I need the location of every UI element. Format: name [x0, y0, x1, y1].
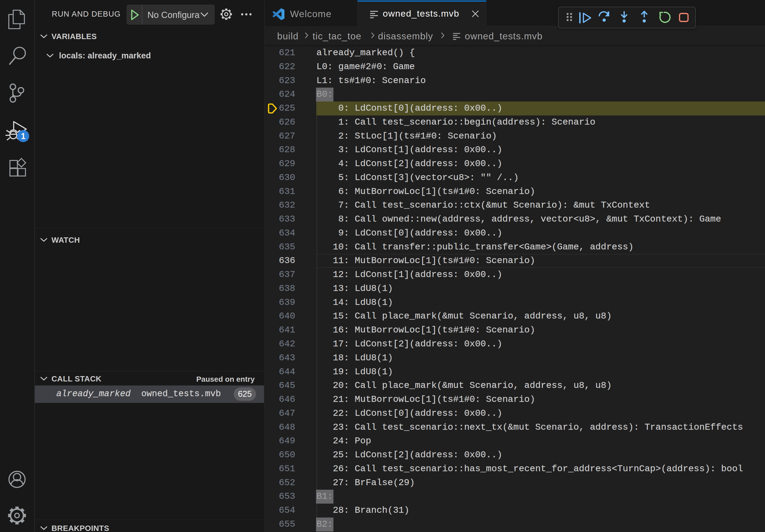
- svg-text:1: 1: [21, 132, 25, 141]
